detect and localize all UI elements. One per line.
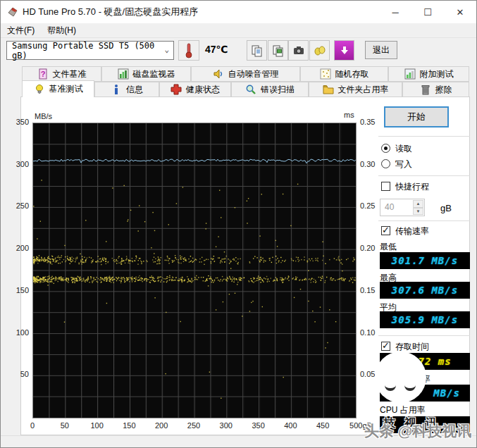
tab-health[interactable]: 健康状态: [159, 82, 231, 97]
toolbar: Samsung Portable SSD T5 (500 gB) ⌄ 47℃: [1, 38, 476, 65]
transfer-rate-checkbox[interactable]: [381, 226, 390, 235]
minimize-icon[interactable]: ─: [379, 1, 411, 23]
right-axis-unit: ms: [344, 111, 354, 119]
aam-hands-icon: [314, 44, 326, 57]
svg-text:?: ?: [40, 70, 45, 78]
toutiao-logo-watermark: [375, 351, 426, 403]
transfer-rate-label[interactable]: 传输速率: [395, 225, 429, 237]
max-value-display: 307.6 MB/s: [380, 282, 470, 299]
tab-error-scan[interactable]: 错误扫描: [231, 82, 309, 97]
spinner-up-icon[interactable]: ▲: [413, 200, 423, 208]
tick-label: 50: [51, 421, 79, 430]
app-icon: [7, 6, 18, 18]
save-results-button[interactable]: [334, 40, 354, 61]
tab-label: 磁盘监视器: [133, 68, 175, 80]
tab-benchmark[interactable]: 基准测试: [22, 80, 94, 97]
drive-select[interactable]: Samsung Portable SSD T5 (500 gB) ⌄: [6, 41, 174, 60]
temperature-value: 47℃: [205, 44, 228, 55]
tab-label: 错误扫描: [261, 84, 295, 96]
tick-label: 250: [11, 201, 29, 210]
tab-file-benchmark[interactable]: ? 文件基准: [22, 66, 101, 82]
write-label[interactable]: 写入: [395, 158, 412, 170]
watermark-eye-icon: [404, 385, 416, 391]
tab-label: 文件基准: [53, 68, 87, 80]
watermark-text: 头条 @科技视讯: [364, 421, 471, 441]
short-stroke-label[interactable]: 快捷行程: [395, 181, 429, 193]
tick-label: 0.20: [360, 244, 375, 252]
short-stroke-checkbox[interactable]: [381, 182, 390, 191]
avg-value-display: 305.9 MB/s: [380, 311, 470, 328]
spinner-down-icon[interactable]: ▼: [413, 208, 423, 216]
tab-label: 信息: [126, 84, 143, 96]
drive-select-value: Samsung Portable SSD T5 (500 gB): [12, 41, 173, 61]
copy-text-icon: [251, 44, 264, 57]
tick-label: 150: [11, 286, 29, 294]
copy-text-button[interactable]: [247, 40, 267, 61]
random-access-icon: [320, 68, 331, 80]
tab-info[interactable]: 信息: [94, 82, 159, 97]
window-title: HD Tune Pro 5.70 - 硬盘/固态硬盘实用程序: [23, 6, 198, 18]
tick-label: 0.15: [360, 286, 375, 294]
tick-label: 300: [11, 160, 29, 168]
copy-image-icon: [272, 44, 285, 57]
tick-label: 0.05: [360, 370, 375, 378]
exit-button[interactable]: 退出: [365, 41, 397, 59]
short-stroke-spinner[interactable]: 40 ▲ ▼: [380, 199, 425, 216]
chart-canvas: [33, 123, 356, 418]
tick-label: 450: [309, 421, 337, 430]
tab-label: 基准测试: [49, 83, 83, 95]
divider: [378, 136, 470, 137]
tab-label: 附加测试: [420, 68, 454, 80]
benchmark-chart: [32, 123, 357, 418]
screenshot-button[interactable]: [288, 40, 309, 61]
tick-label: 100: [11, 328, 29, 337]
aam-button[interactable]: [309, 40, 330, 61]
maximize-icon[interactable]: ☐: [411, 1, 444, 23]
access-time-checkbox[interactable]: [381, 342, 390, 351]
file-benchmark-icon: ?: [37, 68, 49, 80]
chevron-down-icon: ⌄: [164, 45, 169, 54]
magnifier-icon: [245, 84, 256, 95]
tick-label: 350: [244, 421, 273, 430]
short-stroke-unit: gB: [440, 203, 452, 213]
close-icon[interactable]: ✕: [444, 1, 476, 23]
start-button[interactable]: 开始: [384, 106, 449, 127]
tab-extra-tests[interactable]: 附加测试: [388, 66, 469, 82]
copy-image-button[interactable]: [268, 40, 288, 61]
tick-label: 0.25: [360, 201, 375, 210]
tick-label: 0.10: [360, 328, 375, 337]
left-axis-unit: MB/s: [35, 112, 52, 120]
thermometer-icon: [185, 43, 192, 58]
disk-monitor-icon: [118, 68, 129, 80]
start-label: 开始: [407, 111, 426, 123]
divider: [378, 220, 470, 221]
tab-label: 自动噪音管理: [228, 68, 279, 80]
divider: [378, 335, 470, 336]
tick-label: 400: [276, 421, 304, 430]
tab-folder-usage[interactable]: 文件夹占用率: [309, 82, 402, 97]
info-icon: [111, 84, 122, 95]
tab-aam[interactable]: 自动噪音管理: [191, 66, 300, 82]
tab-label: 健康状态: [186, 84, 220, 96]
lamp-icon: [34, 84, 45, 95]
folder-icon: [323, 84, 334, 95]
tab-random-access[interactable]: 随机存取: [300, 66, 388, 82]
short-stroke-value: 40: [385, 202, 394, 212]
watermark-eye-icon: [385, 385, 396, 391]
trash-icon: [420, 84, 431, 95]
tick-label: 0.30: [360, 160, 375, 168]
speaker-icon: [213, 68, 224, 80]
tab-disk-monitor[interactable]: 磁盘监视器: [101, 66, 191, 82]
tab-label: 文件夹占用率: [338, 84, 389, 96]
tab-label: 擦除: [435, 84, 452, 96]
menu-help[interactable]: 帮助(H): [41, 23, 82, 38]
read-radio[interactable]: [381, 144, 390, 153]
write-radio[interactable]: [381, 159, 390, 168]
min-label: 最低: [380, 241, 397, 253]
menu-file[interactable]: 文件(F): [1, 23, 41, 38]
read-label[interactable]: 读取: [395, 143, 412, 155]
temperature-button[interactable]: [178, 40, 199, 61]
tick-label: 100: [83, 421, 111, 430]
title-bar: HD Tune Pro 5.70 - 硬盘/固态硬盘实用程序 ─ ☐ ✕: [1, 1, 476, 23]
tab-erase[interactable]: 擦除: [402, 82, 469, 97]
